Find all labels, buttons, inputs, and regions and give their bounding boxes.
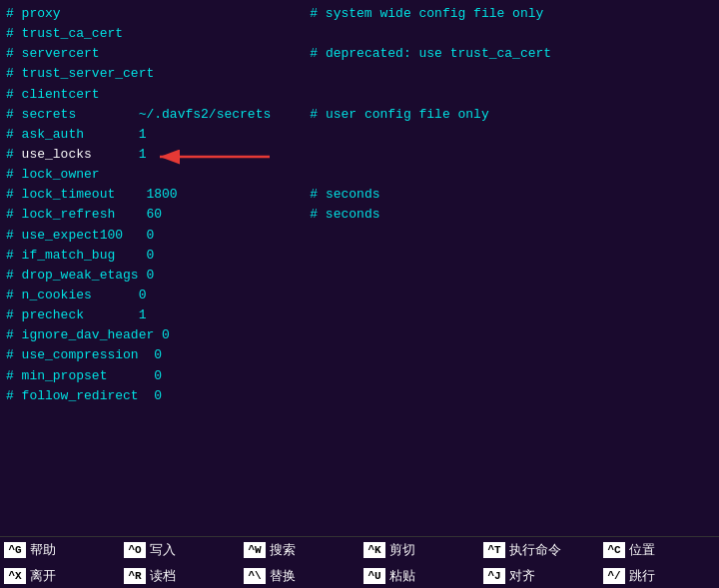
hash: # [6,105,14,125]
value: 0 [92,286,147,305]
toolbar: ^G帮助^O写入^W搜索^K剪切^T执行命令^C位置^X离开^R读档^\替换^U… [0,536,719,588]
code-line: # drop_weak_etags 0 [6,266,713,286]
toolbar-label: 位置 [629,541,655,559]
value: 0 [139,345,162,365]
key: min_propset [14,366,108,386]
toolbar-key: ^\ [244,568,266,584]
toolbar-item-离开[interactable]: ^X离开 [0,563,120,588]
toolbar-item-剪切[interactable]: ^K剪切 [360,537,479,563]
code-line: # min_propset 0 [6,366,713,386]
code-line: # ask_auth 1 [6,125,713,145]
key: clientcert [14,85,100,105]
toolbar-label: 粘贴 [389,567,415,585]
value: 0 [154,325,170,345]
toolbar-item-跳行[interactable]: ^/跳行 [599,563,719,588]
toolbar-item-替换[interactable]: ^\替换 [240,563,360,588]
value: 0 [115,246,154,266]
key: ask_auth [14,125,84,145]
toolbar-key: ^X [4,568,26,584]
toolbar-item-读档[interactable]: ^R读档 [120,563,240,588]
toolbar-key: ^C [603,542,625,558]
comment: # deprecated: use trust_ca_cert [100,44,551,64]
code-line: # lock_owner [6,165,713,185]
toolbar-key: ^G [4,542,26,558]
key: trust_ca_cert [14,24,123,44]
editor-area: # proxy # system wide config file only# … [0,0,719,536]
code-line: # lock_refresh 60 # seconds [6,205,713,225]
toolbar-item-写入[interactable]: ^O写入 [120,537,240,563]
code-line: # secrets ~/.davfs2/secrets # user confi… [6,105,713,125]
code-line: # trust_ca_cert [6,24,713,44]
toolbar-row-1: ^X离开^R读档^\替换^U粘贴^J对齐^/跳行 [0,563,719,588]
hash: # [6,246,14,266]
comment: # seconds [178,185,380,205]
value: 1 [84,305,146,325]
toolbar-key: ^O [124,542,146,558]
hash: # [6,305,14,325]
value: 0 [107,366,162,386]
hash: # [6,145,14,165]
toolbar-item-粘贴[interactable]: ^U粘贴 [360,563,479,588]
toolbar-label: 跳行 [629,567,655,585]
hash: # [6,64,14,84]
comment: # seconds [162,205,379,225]
hash: # [6,286,14,305]
toolbar-item-搜索[interactable]: ^W搜索 [240,537,360,563]
code-block: # proxy # system wide config file only# … [6,4,713,406]
key: n_cookies [14,286,92,305]
toolbar-key: ^J [483,568,505,584]
toolbar-key: ^U [363,568,385,584]
code-line: # trust_server_cert [6,64,713,84]
value: 1 [84,125,146,145]
key: lock_refresh [14,205,115,225]
toolbar-key: ^W [244,542,266,558]
code-line: # n_cookies 0 [6,286,713,305]
key: trust_server_cert [14,64,154,84]
hash: # [6,205,14,225]
toolbar-item-帮助[interactable]: ^G帮助 [0,537,120,563]
toolbar-label: 对齐 [509,567,535,585]
value: 1 [92,145,147,165]
key: lock_owner [14,165,100,185]
toolbar-label: 替换 [270,567,296,585]
hash: # [6,85,14,105]
toolbar-label: 离开 [30,567,56,585]
hash: # [6,386,14,406]
code-line: # proxy # system wide config file only [6,4,713,24]
key: precheck [14,305,84,325]
hash: # [6,185,14,205]
toolbar-label: 搜索 [270,541,296,559]
toolbar-label: 写入 [150,541,176,559]
hash: # [6,4,14,24]
hash: # [6,165,14,185]
value: 0 [139,386,162,406]
hash: # [6,226,14,246]
key: use_expect100 [14,226,123,246]
code-line: # servercert # deprecated: use trust_ca_… [6,44,713,64]
toolbar-item-位置[interactable]: ^C位置 [599,537,719,563]
toolbar-key: ^K [363,542,385,558]
code-line: # precheck 1 [6,305,713,325]
value: 1800 [115,185,177,205]
toolbar-label: 执行命令 [509,541,561,559]
key: lock_timeout [14,185,115,205]
toolbar-key: ^R [124,568,146,584]
toolbar-key: ^/ [603,568,625,584]
code-line: # clientcert [6,85,713,105]
value: 60 [115,205,162,225]
toolbar-item-执行命令[interactable]: ^T执行命令 [479,537,599,563]
hash: # [6,345,14,365]
comment: # user config file only [271,105,488,125]
code-line: # if_match_bug 0 [6,246,713,266]
hash: # [6,266,14,286]
code-line: # use_locks 1 [6,145,713,165]
value: 0 [123,226,154,246]
code-line: # use_expect100 0 [6,226,713,246]
toolbar-item-对齐[interactable]: ^J对齐 [479,563,599,588]
value: 0 [139,266,155,286]
toolbar-label: 读档 [150,567,176,585]
key: proxy [14,4,61,24]
key: drop_weak_etags [14,266,139,286]
code-line: # follow_redirect 0 [6,386,713,406]
code-line: # lock_timeout 1800 # seconds [6,185,713,205]
